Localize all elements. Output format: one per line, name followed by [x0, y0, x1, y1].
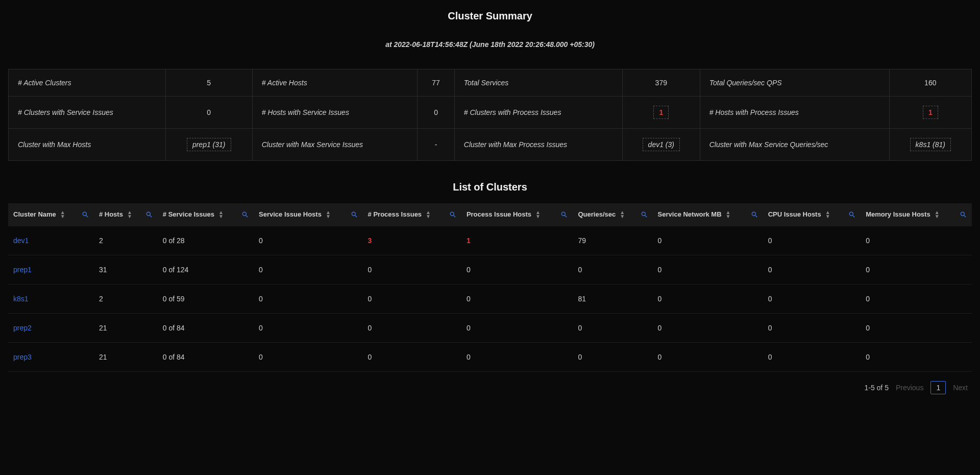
search-icon[interactable]	[82, 211, 89, 218]
sort-icon[interactable]: ▲▼	[60, 210, 65, 219]
cell-mem: 0	[861, 313, 972, 342]
svg-point-16	[850, 212, 853, 216]
max-process-issues-value[interactable]: dev1 (3)	[622, 129, 700, 161]
svg-line-3	[150, 216, 152, 218]
column-header-8: CPU Issue Hosts▲▼	[763, 203, 861, 226]
timestamp: at 2022-06-18T14:56:48Z (June 18th 2022 …	[8, 40, 972, 49]
cell-cpu: 0	[763, 313, 861, 342]
pagination-page[interactable]: 1	[930, 381, 946, 394]
column-header-7: Service Network MB▲▼	[653, 203, 763, 226]
cell-processIssues: 0	[363, 255, 461, 284]
svg-point-8	[450, 212, 454, 216]
search-icon[interactable]	[960, 211, 967, 218]
cluster-link[interactable]: dev1	[13, 236, 29, 245]
cell-netMB: 0	[653, 342, 763, 371]
cell-qps: 0	[573, 313, 652, 342]
search-icon[interactable]	[449, 211, 456, 218]
cell-processIssueHosts: 0	[461, 284, 573, 313]
clusters-service-issues-value: 0	[165, 97, 252, 129]
sort-icon[interactable]: ▲▼	[935, 210, 940, 219]
total-services-value: 379	[622, 69, 700, 97]
cell-cpu: 0	[763, 226, 861, 255]
max-service-qps-badge[interactable]: k8s1 (81)	[910, 138, 951, 151]
active-clusters-label: # Active Clusters	[9, 69, 166, 97]
max-hosts-value[interactable]: prep1 (31)	[165, 129, 252, 161]
table-row: prep3210 of 840000000	[8, 342, 972, 371]
cell-processIssues: 0	[363, 342, 461, 371]
hosts-process-issues-value[interactable]: 1	[889, 97, 971, 129]
cell-processIssues: 0	[363, 313, 461, 342]
total-qps-value: 160	[889, 69, 971, 97]
hosts-service-issues-label: # Hosts with Service Issues	[252, 97, 418, 129]
cell-hosts: 31	[94, 255, 158, 284]
hosts-process-issues-badge[interactable]: 1	[923, 106, 938, 119]
summary-table: # Active Clusters 5 # Active Hosts 77 To…	[8, 69, 972, 161]
cell-mem: 0	[861, 284, 972, 313]
pagination-next[interactable]: Next	[953, 384, 968, 392]
max-process-issues-badge[interactable]: dev1 (3)	[643, 138, 680, 151]
cell-serviceIssueHosts: 0	[254, 284, 363, 313]
search-icon[interactable]	[241, 211, 249, 218]
cell-netMB: 0	[653, 226, 763, 255]
cluster-link[interactable]: prep2	[13, 324, 32, 332]
column-label: Process Issue Hosts	[467, 210, 531, 219]
cell-mem: 0	[861, 342, 972, 371]
column-label: Service Issue Hosts	[259, 210, 322, 219]
sort-icon[interactable]: ▲▼	[218, 210, 224, 219]
svg-line-1	[86, 216, 88, 218]
search-icon[interactable]	[560, 211, 568, 218]
svg-line-5	[246, 216, 248, 218]
max-service-qps-value[interactable]: k8s1 (81)	[889, 129, 971, 161]
search-icon[interactable]	[641, 211, 648, 218]
cell-processIssues: 0	[363, 284, 461, 313]
search-icon[interactable]	[145, 211, 153, 218]
clusters-process-issues-badge[interactable]: 1	[653, 106, 669, 119]
svg-line-13	[645, 216, 647, 218]
search-icon[interactable]	[751, 211, 758, 218]
pagination-prev[interactable]: Previous	[896, 384, 923, 392]
cell-serviceIssues: 0 of 28	[158, 226, 254, 255]
max-hosts-label: Cluster with Max Hosts	[9, 129, 166, 161]
cell-netMB: 0	[653, 313, 763, 342]
table-row: prep2210 of 840000000	[8, 313, 972, 342]
column-label: Memory Issue Hosts	[866, 210, 930, 219]
cluster-link[interactable]: prep3	[13, 353, 32, 361]
cell-mem: 0	[861, 226, 972, 255]
cell-name[interactable]: prep1	[8, 255, 94, 284]
clusters-process-issues-value[interactable]: 1	[622, 97, 700, 129]
hosts-process-issues-label: # Hosts with Process Issues	[700, 97, 889, 129]
svg-line-11	[565, 216, 567, 218]
cluster-link[interactable]: prep1	[13, 266, 32, 274]
cell-name[interactable]: prep3	[8, 342, 94, 371]
column-header-2: # Service Issues▲▼	[158, 203, 254, 226]
cell-processIssueHosts: 1	[461, 226, 573, 255]
cluster-link[interactable]: k8s1	[13, 295, 29, 303]
sort-icon[interactable]: ▲▼	[825, 210, 830, 219]
max-service-issues-label: Cluster with Max Service Issues	[252, 129, 418, 161]
sort-icon[interactable]: ▲▼	[726, 210, 731, 219]
svg-point-12	[642, 212, 645, 216]
search-icon[interactable]	[351, 211, 358, 218]
column-label: Cluster Name	[13, 210, 56, 219]
list-title: List of Clusters	[8, 181, 972, 193]
sort-icon[interactable]: ▲▼	[426, 210, 431, 219]
table-row: dev120 of 2803179000	[8, 226, 972, 255]
cell-hosts: 2	[94, 284, 158, 313]
cell-qps: 81	[573, 284, 652, 313]
max-hosts-badge[interactable]: prep1 (31)	[187, 138, 231, 151]
cell-processIssueHosts: 0	[461, 313, 573, 342]
sort-icon[interactable]: ▲▼	[326, 210, 331, 219]
sort-icon[interactable]: ▲▼	[620, 210, 625, 219]
cell-name[interactable]: k8s1	[8, 284, 94, 313]
sort-icon[interactable]: ▲▼	[127, 210, 132, 219]
sort-icon[interactable]: ▲▼	[535, 210, 541, 219]
cell-mem: 0	[861, 255, 972, 284]
clusters-process-issues-label: # Clusters with Process Issues	[454, 97, 622, 129]
cell-name[interactable]: dev1	[8, 226, 94, 255]
cell-serviceIssues: 0 of 124	[158, 255, 254, 284]
svg-point-0	[83, 212, 86, 216]
search-icon[interactable]	[848, 211, 855, 218]
cell-name[interactable]: prep2	[8, 313, 94, 342]
cell-processIssueHosts: 0	[461, 342, 573, 371]
pagination: 1-5 of 5 Previous 1 Next	[8, 372, 972, 396]
